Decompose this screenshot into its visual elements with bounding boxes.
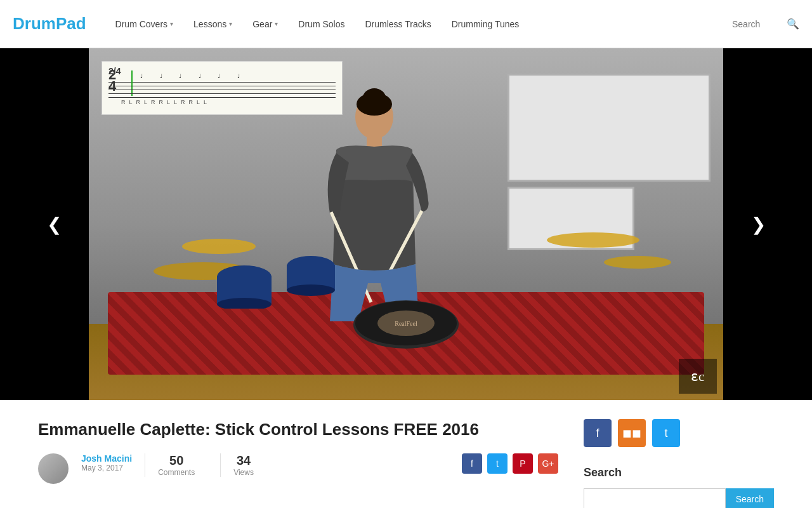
facebook-icon: f <box>471 458 473 469</box>
chevron-left-icon: ❮ <box>47 214 62 235</box>
logo-drum: Drum <box>13 14 56 33</box>
svg-point-19 <box>287 284 335 296</box>
svg-point-2 <box>357 93 392 116</box>
sheet-music: 2/4 2 4 ♩ ♩ ♩ ♩ ♩ ♩ R L R L <box>102 61 343 115</box>
pinterest-icon: P <box>520 458 525 469</box>
staff-line <box>108 90 336 90</box>
logo-pad: Pad <box>56 14 86 33</box>
svg-point-9 <box>604 256 671 269</box>
avatar <box>38 453 69 484</box>
sidebar-search-title: Search <box>584 466 774 479</box>
cymbal-left-hi <box>181 239 257 260</box>
social-twitter-button[interactable]: t <box>652 419 680 447</box>
rss-icon: ◼◼ <box>622 426 641 440</box>
main-nav: Drum Covers ▾ Lessons ▾ Gear ▾ Drum Solo… <box>105 0 732 48</box>
slider-next-button[interactable]: ❯ <box>742 205 774 243</box>
cymbal-crash <box>603 255 672 273</box>
facebook-icon: f <box>596 427 599 440</box>
header-search: 🔍 <box>732 18 799 30</box>
views-stat: 34 Views <box>220 453 266 477</box>
chevron-down-icon: ▾ <box>229 20 232 27</box>
author-row: Josh Macini May 3, 2017 50 Comments 34 V… <box>38 453 558 484</box>
twitter-icon: t <box>496 458 499 469</box>
staff-line <box>108 93 336 94</box>
views-count: 34 <box>237 453 251 468</box>
sidebar-search-input[interactable] <box>584 488 726 508</box>
nav-drumming-tunes[interactable]: Drumming Tunes <box>442 0 530 48</box>
sidebar: f ◼◼ t Search Search <box>584 419 774 508</box>
snare-pad: RealFeel <box>352 299 460 352</box>
whiteboard-container <box>508 74 710 250</box>
nav-drum-covers[interactable]: Drum Covers ▾ <box>105 0 183 48</box>
note-flags: ♩ ♩ ♩ ♩ ♩ ♩ <box>140 73 247 79</box>
staff-line <box>108 86 336 86</box>
author-name[interactable]: Josh Macini <box>81 453 132 464</box>
time-sig-den: 4 <box>108 79 116 93</box>
rl-letters-row: R L R L R R L L R R L L <box>108 99 336 105</box>
staff-line <box>108 97 336 98</box>
barline-green <box>131 70 133 96</box>
googleplus-icon: G+ <box>542 458 554 469</box>
nav-lessons[interactable]: Lessons ▾ <box>183 0 242 48</box>
sidebar-search-button[interactable]: Search <box>726 488 774 508</box>
publish-date: May 3, 2017 <box>81 464 132 472</box>
sidebar-search-row: Search <box>584 488 774 508</box>
nav-drum-solos[interactable]: Drum Solos <box>288 0 355 48</box>
tom-blue-1 <box>216 264 273 311</box>
slider-prev-button[interactable]: ❮ <box>38 205 70 243</box>
staff-lines: 2 4 ♩ ♩ ♩ ♩ ♩ ♩ <box>108 82 336 98</box>
social-buttons: f ◼◼ t <box>584 419 774 447</box>
share-pinterest-button[interactable]: P <box>513 453 533 474</box>
search-button[interactable]: 🔍 <box>787 18 799 30</box>
svg-text:RealFeel: RealFeel <box>395 320 417 327</box>
share-twitter-button[interactable]: t <box>487 453 508 474</box>
share-facebook-button[interactable]: f <box>462 453 482 474</box>
chevron-down-icon: ▾ <box>275 20 278 27</box>
ec-watermark: ɛc <box>679 359 717 394</box>
site-logo[interactable]: DrumPad <box>13 14 86 34</box>
nav-gear[interactable]: Gear ▾ <box>242 0 288 48</box>
share-icons: f t P G+ <box>462 453 558 474</box>
whiteboard-large <box>508 74 710 182</box>
comments-label: Comments <box>158 468 195 477</box>
views-label: Views <box>233 468 254 477</box>
tom-blue-2 <box>285 255 336 298</box>
nav-drumless-tracks[interactable]: Drumless Tracks <box>355 0 441 48</box>
main-content: Emmanuelle Caplette: Stick Control Lesso… <box>38 419 558 508</box>
author-info: Josh Macini May 3, 2017 <box>81 453 132 472</box>
social-facebook-button[interactable]: f <box>584 419 612 447</box>
search-icon: 🔍 <box>787 18 799 29</box>
search-input[interactable] <box>732 19 783 29</box>
hero-slider: 2/4 2 4 ♩ ♩ ♩ ♩ ♩ ♩ R L R L <box>0 48 812 400</box>
comments-stat: 50 Comments <box>145 453 207 477</box>
slider-image-area: 2/4 2 4 ♩ ♩ ♩ ♩ ♩ ♩ R L R L <box>89 48 723 400</box>
twitter-icon: t <box>664 427 667 440</box>
search-label: Search <box>736 494 764 504</box>
svg-point-8 <box>547 232 639 248</box>
content-area: Emmanuelle Caplette: Stick Control Lesso… <box>0 400 812 508</box>
social-rss-button[interactable]: ◼◼ <box>618 419 646 447</box>
chevron-right-icon: ❯ <box>751 214 766 235</box>
comments-count: 50 <box>169 453 183 468</box>
article-title: Emmanuelle Caplette: Stick Control Lesso… <box>38 419 558 441</box>
staff-line: 2 4 ♩ ♩ ♩ ♩ ♩ ♩ <box>108 82 336 83</box>
svg-point-6 <box>182 239 256 254</box>
site-header: DrumPad Drum Covers ▾ Lessons ▾ Gear ▾ D… <box>0 0 812 48</box>
chevron-down-icon: ▾ <box>170 20 173 27</box>
share-googleplus-button[interactable]: G+ <box>538 453 558 474</box>
cymbal-right <box>546 232 641 254</box>
